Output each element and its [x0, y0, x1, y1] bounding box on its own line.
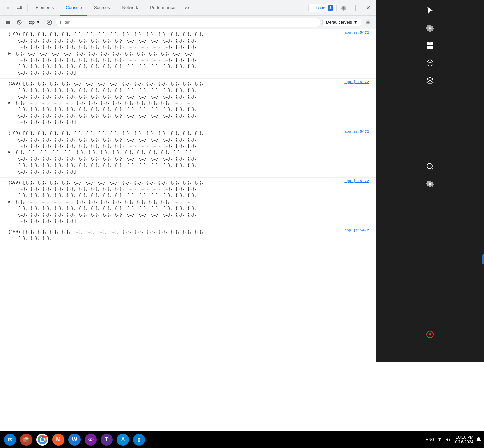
entry-content: (100) [{…}, {…}, {…}, {…}, {…}, {…}, {…}… [0, 80, 376, 126]
sidebar-icon-search[interactable] [422, 158, 438, 175]
svg-point-4 [355, 9, 356, 10]
taskbar-store-app[interactable]: 📦 [19, 432, 34, 447]
entry-content: (100) [{…}, {…}, {…}, {…}, {…}, {…}, {…}… [0, 228, 376, 242]
sidebar-icon-layers[interactable] [422, 72, 438, 89]
devtools-close-button[interactable]: ✕ [363, 3, 373, 13]
toolbar-right: 1 Issue: 1 ✕ [308, 3, 373, 13]
source-link[interactable]: app.js:5472 [344, 80, 369, 84]
console-entry: app.js:5472 (100) [{…}, {…}, {…}, {…}, {… [0, 29, 376, 79]
sidebar-icon-cursor[interactable] [422, 3, 438, 19]
devtools-more-button[interactable] [351, 3, 361, 13]
issue-badge[interactable]: 1 Issue: 1 [308, 4, 337, 12]
devtools-settings-button[interactable] [339, 3, 349, 13]
console-entry: app.js:5472 (100) [{…}, {…}, {…}, {…}, {… [0, 128, 376, 178]
svg-line-7 [18, 21, 21, 24]
console-entry: app.js:5472 (100) [{…}, {…}, {…}, {…}, {… [0, 227, 376, 244]
source-link[interactable]: app.js:5472 [344, 179, 369, 183]
taskbar: ✉ 📦 M W </> [0, 431, 484, 448]
console-settings-button[interactable] [363, 17, 373, 28]
taskbar-word-app[interactable]: W [67, 432, 82, 447]
sidebar-active-indicator [482, 254, 484, 264]
entry-content: (100) [{…}, {…}, {…}, {…}, {…}, {…}, {…}… [0, 179, 376, 225]
context-label: top [29, 20, 35, 25]
taskbar-mail-app[interactable]: ✉ [3, 432, 17, 447]
svg-point-3 [355, 7, 356, 8]
svg-point-20 [41, 438, 44, 441]
taskbar-right: ENG 10:16 PM 10/16/2024 [426, 435, 481, 444]
taskbar-time: 10:16 PM 10/16/2024 [453, 435, 473, 444]
console-output[interactable]: app.js:5472 (100) [{…}, {…}, {…}, {…}, {… [0, 29, 376, 362]
console-entry: app.js:5472 (100) [{…}, {…}, {…}, {…}, {… [0, 79, 376, 128]
taskbar-manga-app[interactable]: M [51, 432, 66, 447]
taskbar-azure-app[interactable]: A [115, 432, 130, 447]
tab-console[interactable]: Console [60, 0, 87, 16]
sidebar-icon-gear[interactable] [422, 20, 438, 36]
taskbar-chrome-app[interactable] [35, 432, 50, 447]
taskbar-vscode-app[interactable]: {} [132, 432, 146, 447]
toolbar-divider-1 [27, 4, 28, 12]
context-selector[interactable]: top ▼ [26, 19, 43, 26]
svg-point-2 [355, 5, 356, 6]
tab-sources[interactable]: Sources [89, 0, 115, 16]
log-levels-dropdown[interactable]: Default levels ▼ [322, 19, 361, 26]
svg-rect-12 [427, 46, 430, 49]
notification-icon[interactable] [476, 437, 481, 442]
levels-chevron-icon: ▼ [353, 20, 358, 25]
wifi-icon [437, 437, 442, 442]
source-link[interactable]: app.js:5472 [344, 31, 369, 35]
console-entry: app.js:5472 (100) [{…}, {…}, {…}, {…}, {… [0, 178, 376, 227]
devtools-toolbar: Elements Console Sources Network Perform… [0, 0, 376, 16]
svg-rect-10 [427, 42, 430, 45]
source-link[interactable]: app.js:5472 [344, 130, 369, 134]
taskbar-code-app[interactable]: </> [83, 432, 98, 447]
svg-rect-13 [430, 46, 433, 49]
clear-console-button[interactable] [3, 17, 13, 28]
taskbar-teams-app[interactable]: T [99, 432, 114, 447]
tab-performance[interactable]: Performance [145, 0, 180, 16]
live-expression-button[interactable] [44, 17, 54, 28]
svg-point-9 [48, 21, 50, 23]
svg-point-14 [427, 163, 432, 169]
sidebar-icon-settings[interactable] [422, 176, 438, 192]
sidebar-icon-close[interactable] [422, 326, 438, 342]
tab-network[interactable]: Network [117, 0, 144, 16]
entry-content: (100) [{…}, {…}, {…}, {…}, {…}, {…}, {…}… [0, 31, 376, 77]
stop-button[interactable] [14, 17, 25, 28]
device-toggle-button[interactable] [14, 3, 25, 13]
chevron-down-icon: ▼ [36, 20, 40, 25]
svg-marker-5 [6, 21, 10, 24]
svg-rect-0 [17, 6, 20, 9]
svg-rect-1 [20, 7, 22, 9]
issue-badge-label: 1 Issue: [312, 6, 326, 10]
tab-elements[interactable]: Elements [30, 0, 59, 16]
taskbar-language: ENG [426, 437, 434, 442]
sidebar-icon-cube[interactable] [422, 55, 438, 71]
windows-sidebar [376, 0, 484, 362]
tab-overflow-button[interactable]: >> [182, 0, 192, 16]
inspect-element-button[interactable] [3, 3, 13, 13]
console-toolbar: top ▼ Default levels ▼ [0, 16, 376, 29]
devtools-panel: Elements Console Sources Network Perform… [0, 0, 376, 362]
issue-count-icon: 1 [328, 5, 333, 11]
volume-icon [445, 437, 450, 442]
sidebar-icon-grid[interactable] [422, 38, 438, 54]
svg-rect-11 [430, 42, 433, 45]
console-filter-input[interactable] [56, 18, 321, 27]
source-link[interactable]: app.js:5472 [344, 228, 369, 232]
entry-content: (100) [{…}, {…}, {…}, {…}, {…}, {…}, {…}… [0, 130, 376, 176]
